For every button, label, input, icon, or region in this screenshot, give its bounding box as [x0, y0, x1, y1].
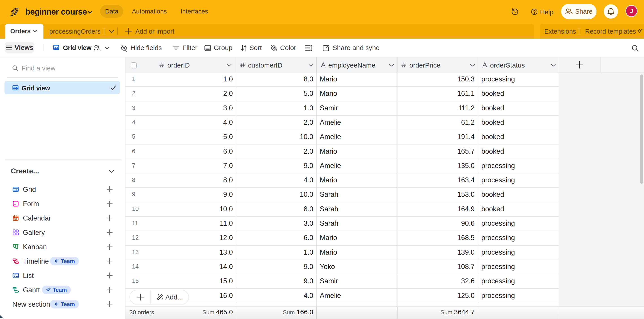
svg-text:31: 31: [14, 218, 17, 220]
